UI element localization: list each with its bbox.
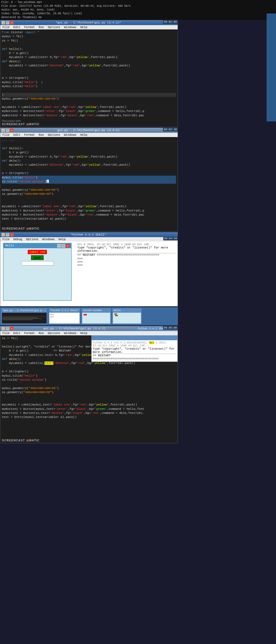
- code-line-1: from tkinter import *: [2, 30, 176, 35]
- shell-menu-options[interactable]: Options: [24, 237, 40, 241]
- code-line-8: def dele():: [2, 60, 176, 64]
- shell-menu-windows[interactable]: Windows: [41, 237, 56, 241]
- video-info-line3: Audio: aac, 44100 Hz, mono, (und): [1, 8, 275, 12]
- bc-11: ss.title("second window"): [2, 378, 176, 382]
- bottom-menu-format[interactable]: Format: [23, 331, 37, 335]
- menu-windows-1[interactable]: Windows: [62, 25, 78, 29]
- window-title-2: gui.py - C:\Python34\gui.py (3.4.2): [14, 129, 163, 132]
- shell-text-area[interactable]: Oct 6 2014, 22:16:31) [MSC v.1600 64 bit…: [76, 241, 178, 306]
- shell-menu-debug[interactable]: Debug: [12, 237, 24, 241]
- bc-13: myGui.geometry("400x400+100+50"): [2, 386, 176, 390]
- menu-edit-1[interactable]: Edit: [12, 25, 22, 29]
- bc-9: a = StringVar(): [2, 370, 176, 374]
- tb-label-1: *gui.py - C:\Python34\gui.p...: [2, 309, 47, 312]
- taskbar-item-2[interactable]: *Python 3.4.2 Shell* >>> >>>: [49, 308, 80, 324]
- hello-label-one: label one: [28, 250, 47, 254]
- hello-enter-button[interactable]: enter: [31, 255, 44, 260]
- bottom-menu-file[interactable]: File: [1, 331, 11, 335]
- shell-min-btn[interactable]: _: [1, 233, 5, 237]
- shell-prompt-3[interactable]: >>>: [77, 264, 176, 267]
- bottom-max-btn[interactable]: □: [6, 327, 9, 330]
- shell-max-btn[interactable]: □: [6, 233, 9, 237]
- video-info-line5: Generated by Thumbnail me: [1, 16, 275, 19]
- hello-close[interactable]: ✕: [66, 244, 70, 248]
- window-title-1: *gui.py - C:\Python34\gui.py (3.4.2)*: [14, 21, 163, 24]
- menu-windows-2[interactable]: Windows: [62, 133, 78, 137]
- bottom-menu-windows[interactable]: Windows: [62, 331, 78, 335]
- shell-close-btn[interactable]: ✕: [10, 233, 14, 237]
- code-line-9: myLabel1 = Label(text='deleted',fg='red'…: [2, 64, 176, 68]
- menubar-1: File Edit Format Run Options Windows Hel…: [0, 25, 178, 29]
- w2-code-20: text = Entry(textvariable= a).pack(): [2, 217, 176, 221]
- menu-file-1[interactable]: File: [1, 25, 11, 29]
- shell-menu-help[interactable]: Help: [57, 237, 67, 241]
- menu-format-1[interactable]: Format: [23, 25, 37, 29]
- w2-code-12: [2, 184, 176, 188]
- bottom-controls: _ □ ✕: [1, 327, 14, 330]
- bottom-content: Python 3.4.4 (v3.4.2:ab2c023a9432, Oct 6…: [0, 335, 178, 438]
- close-btn-1[interactable]: ✕: [10, 21, 14, 25]
- hello-input-field[interactable]: [21, 261, 54, 265]
- bottom-menu-help[interactable]: Help: [79, 331, 89, 335]
- titlebar-2: _ □ ✕ gui.py - C:\Python34\gui.py (3.4.2…: [0, 128, 178, 133]
- shell-overlay-header: Python 3.4.4 (v3.4.2:ab2c023a9432, Oct 6…: [93, 341, 176, 347]
- menu-help-2[interactable]: Help: [79, 133, 89, 137]
- tb-preview-2: >>> >>>: [49, 313, 80, 323]
- video-info-line2: File Size: 25217717 bytes (24.05 MiB), d…: [1, 4, 275, 8]
- taskbar-item-4[interactable]: Hello: [112, 308, 142, 324]
- code-line-17: myGui.geometry("400x400+100+50"): [2, 97, 176, 101]
- menu-file-2[interactable]: File: [1, 133, 11, 137]
- shell-overlay-restart: == RESTART =============================…: [93, 354, 176, 360]
- shell-overlay: Python 3.4.4 (v3.4.2:ab2c023a9432, Oct 6…: [91, 335, 178, 362]
- bottom-menu-edit[interactable]: Edit: [12, 331, 22, 335]
- hello-content: label one enter: [4, 248, 71, 267]
- taskbar-item-1[interactable]: *gui.py - C:\Python34\gui.p...: [1, 308, 47, 324]
- bc-8: [2, 366, 176, 370]
- video-info-line1: File: 8 - Two_windows.mp4: [1, 1, 275, 4]
- bc-18: myButton1 = Button(myGui,text='enter',fg…: [2, 407, 176, 411]
- w2-code-11: ss.title("second window")|: [2, 180, 176, 184]
- menu-options-2[interactable]: Options: [46, 133, 62, 137]
- shell-prompt-2[interactable]: >>>: [77, 260, 176, 264]
- bottom-menu-options[interactable]: Options: [46, 331, 62, 335]
- minimize-btn-1[interactable]: _: [1, 21, 5, 25]
- menu-edit-2[interactable]: Edit: [12, 133, 22, 137]
- w2-code-1: ... ...: [2, 138, 176, 142]
- hello-min[interactable]: -: [57, 244, 61, 248]
- menu-format-2[interactable]: Format: [23, 133, 37, 137]
- code-editor-2[interactable]: ... ... def hello(): b = a.get() myLabel…: [0, 137, 178, 226]
- menu-help-1[interactable]: Help: [79, 25, 89, 29]
- hello-max[interactable]: □: [61, 244, 65, 248]
- titlebar-controls-left-2: _ □ ✕: [1, 128, 14, 132]
- titlebar-controls-left: _ □ ✕: [1, 21, 14, 25]
- menu-run-2[interactable]: Run: [37, 133, 46, 137]
- bottom-menu-run[interactable]: Run: [37, 331, 46, 335]
- bottom-menubar: File Edit Format Run Options Windows Hel…: [0, 331, 178, 335]
- code-line-20: myButton1 = Button(text='enter',fg='blac…: [2, 109, 176, 113]
- w2-code-18: myButton1 = Button(text='enter',fg='blac…: [2, 209, 176, 213]
- taskbar-item-3[interactable]: second window: [81, 308, 111, 324]
- code-line-19: myLabel1 = Label(text='label one',fg='re…: [2, 105, 176, 109]
- code-line-6: b = a.get(): [2, 51, 176, 55]
- timestamp-2: 00:02:49: [163, 128, 178, 131]
- bottom-min-btn[interactable]: _: [1, 327, 5, 330]
- close-btn-2[interactable]: ✕: [10, 128, 14, 132]
- shell-titlebar: _ □ ✕ *Python 3.4.2 Shell*: [0, 232, 178, 237]
- bc-15: [2, 394, 176, 398]
- code-line-15: [2, 88, 176, 93]
- maximize-btn-1[interactable]: □: [6, 21, 9, 25]
- bottom-close-btn[interactable]: ✕: [10, 327, 14, 330]
- menu-run-1[interactable]: Run: [37, 25, 46, 29]
- screencast-watermark-3: SCREENCAST ◎MATIC: [0, 438, 178, 443]
- shell-window-1: _ □ ✕ *Python 3.4.2 Shell* File Debug Op…: [0, 232, 178, 306]
- code-line-12: a = StringVar(): [2, 76, 176, 80]
- shell-menubar: File Debug Options Windows Help: [0, 237, 178, 241]
- shell-prompt-1[interactable]: >>>: [77, 257, 176, 260]
- bc-20: text = Entry(myGui,textvariable= a).pack…: [2, 415, 176, 419]
- hello-empty-area: [4, 267, 71, 294]
- code-editor-1[interactable]: from tkinter import * myGui = Tk() ss = …: [0, 29, 178, 118]
- shell-menu-file[interactable]: File: [1, 237, 11, 241]
- menu-options-1[interactable]: Options: [46, 25, 62, 29]
- minimize-btn-2[interactable]: _: [1, 128, 5, 132]
- maximize-btn-2[interactable]: □: [6, 128, 9, 132]
